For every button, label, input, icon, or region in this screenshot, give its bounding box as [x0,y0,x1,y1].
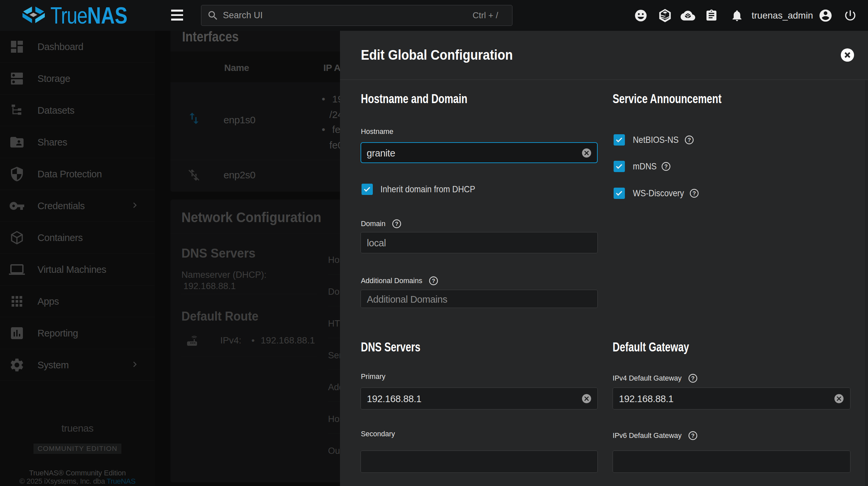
domain-help-icon[interactable]: ? [392,219,401,228]
section-dns-servers: DNS Servers [361,340,421,355]
search-shortcut: Ctrl + / [473,10,498,21]
netbios-label: NetBIOS-NS [633,135,679,145]
secondary-dns-label: Secondary [361,430,395,438]
account-circle-icon[interactable] [818,8,833,23]
search-bar[interactable]: Ctrl + / [201,5,513,26]
hostname-label: Hostname [361,128,393,136]
panel-title: Edit Global Configuration [361,48,513,62]
hostname-clear-icon[interactable] [581,148,592,159]
inherit-domain-row[interactable]: Inherit domain from DHCP [362,184,489,195]
hamburger-bar [171,10,183,11]
mdns-label: mDNS [633,161,657,172]
check-icon [363,185,371,193]
feedback-smiley-icon[interactable] [633,8,648,23]
search-icon [207,10,219,22]
svg-text:?: ? [688,137,691,143]
power-icon[interactable] [843,8,858,23]
panel-header-divider [340,79,868,80]
logged-in-user[interactable]: truenas_admin [751,10,813,21]
svg-text:?: ? [692,190,696,196]
top-header-bar: TrueNAS Ctrl + / truenas_admin [0,0,868,31]
svg-text:?: ? [395,221,398,227]
check-icon [615,189,624,197]
svg-text:?: ? [691,375,694,381]
ipv4-gateway-help-icon[interactable]: ? [688,374,698,383]
additional-domains-label: Additional Domains [361,277,422,285]
section-default-gateway: Default Gateway [613,340,689,355]
ws-discovery-checkbox[interactable] [614,188,625,199]
menu-hamburger-icon[interactable] [171,10,183,21]
truenas-logo[interactable]: TrueNAS [21,3,144,28]
section-service-announcement: Service Announcement [613,92,721,107]
mdns-checkbox[interactable] [614,161,625,172]
inherit-domain-label: Inherit domain from DHCP [380,184,475,195]
edit-global-configuration-panel: Edit Global Configuration Hostname and D… [340,31,868,486]
section-hostname-and-domain: Hostname and Domain [361,92,467,107]
hostname-input[interactable] [361,142,598,163]
check-icon [615,162,624,170]
netbios-help-icon[interactable]: ? [685,135,694,144]
domain-input[interactable] [361,232,598,253]
svg-text:?: ? [664,163,668,169]
primary-dns-input[interactable] [361,388,598,410]
svg-text:?: ? [691,433,694,439]
domain-label: Domain [361,220,385,228]
inherit-domain-checkbox[interactable] [362,184,373,195]
ipv4-gateway-input[interactable] [613,388,850,410]
mdns-help-icon[interactable]: ? [661,162,671,171]
ws-discovery-row[interactable]: WS-Discovery ? [614,188,699,199]
ipv6-gateway-label: IPv6 Default Gateway [613,432,682,440]
ipv6-gateway-label-row: IPv6 Default Gateway ? [613,431,698,440]
additional-domains-input[interactable] [361,290,598,308]
netbios-row[interactable]: NetBIOS-NS ? [614,134,694,145]
domain-label-row: Domain ? [361,219,401,228]
ipv4-gateway-label-row: IPv4 Default Gateway ? [613,374,698,383]
mdns-row[interactable]: mDNS ? [614,161,671,172]
truenas-wordmark: TrueNAS [51,5,127,27]
truenas-app: TrueNAS Ctrl + / truenas_admin [0,0,868,486]
primary-dns-label: Primary [361,372,385,381]
ipv4-gateway-label: IPv4 Default Gateway [613,374,682,383]
netbios-checkbox[interactable] [614,134,625,145]
close-icon[interactable] [841,48,854,62]
ipv4-gateway-clear-icon[interactable] [834,393,844,404]
cloud-sync-icon[interactable] [681,8,695,23]
primary-dns-clear-icon[interactable] [581,393,592,404]
notifications-bell-icon[interactable] [730,8,744,23]
truenas-logo-icon [21,3,46,28]
additional-domains-help-icon[interactable]: ? [429,276,438,285]
additional-domains-label-row: Additional Domains ? [361,276,438,285]
search-input[interactable] [223,10,473,21]
secondary-dns-input[interactable] [361,451,598,473]
hamburger-bar [171,19,183,21]
check-icon [615,136,624,144]
panel-scrollbar-track[interactable] [865,80,868,486]
hamburger-bar [171,14,183,16]
truecommand-icon[interactable] [658,8,672,23]
jobs-clipboard-icon[interactable] [704,8,719,23]
ipv6-gateway-help-icon[interactable]: ? [688,431,698,440]
svg-text:?: ? [432,278,435,284]
header-actions: truenas_admin [633,0,858,31]
ipv6-gateway-input[interactable] [613,451,850,473]
ws-discovery-label: WS-Discovery [633,188,684,199]
ws-discovery-help-icon[interactable]: ? [689,189,699,198]
